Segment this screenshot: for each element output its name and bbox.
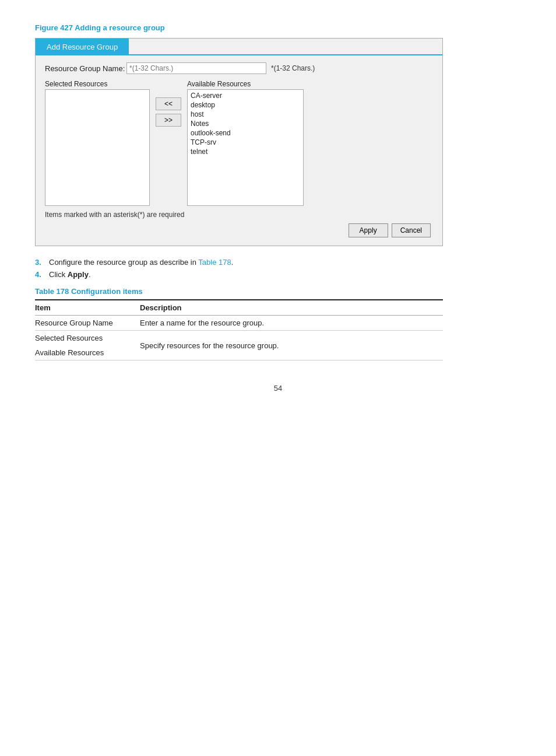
selected-resources-list[interactable]	[45, 89, 150, 206]
list-item[interactable]: outlook-send	[189, 128, 302, 138]
item-available-resources: Available Resources	[35, 345, 140, 360]
list-item[interactable]: host	[189, 110, 302, 119]
step-3-text-after: .	[231, 258, 234, 267]
item-selected-resources: Selected Resources	[35, 331, 140, 346]
table-header-row: Item Description	[35, 300, 443, 316]
table-row-resource-group-name: Resource Group Name Enter a name for the…	[35, 316, 443, 331]
step-4: 4. Click Apply.	[35, 270, 521, 279]
step-3-text: Configure the resource group as describe…	[49, 258, 233, 267]
page-number: 54	[35, 384, 521, 393]
config-table: Item Description Resource Group Name Ent…	[35, 299, 443, 360]
resource-group-name-label: Resource Group Name:	[45, 64, 126, 73]
add-resource-group-panel: Add Resource Group Resource Group Name: …	[35, 38, 443, 246]
col-header-item: Item	[35, 300, 140, 316]
move-right-button[interactable]: >>	[156, 114, 181, 127]
desc-selected-resources: Specify resources for the resource group…	[140, 331, 443, 360]
resource-group-name-input[interactable]	[126, 62, 266, 74]
list-item[interactable]: TCP-srv	[189, 138, 302, 147]
resource-group-name-hint: *(1-32 Chars.)	[271, 64, 315, 72]
list-item[interactable]: telnet	[189, 147, 302, 156]
config-table-body: Resource Group Name Enter a name for the…	[35, 316, 443, 360]
available-resources-list[interactable]: CA-serverdesktophostNotesoutlook-sendTCP…	[187, 89, 304, 206]
apply-button[interactable]: Apply	[349, 223, 388, 237]
selected-resources-column: Selected Resources	[45, 80, 150, 206]
table-178-link[interactable]: Table 178	[198, 258, 231, 267]
asterisk-note: Items marked with an asterisk(*) are req…	[45, 211, 433, 219]
selected-resources-label: Selected Resources	[45, 80, 150, 88]
list-item[interactable]: Notes	[189, 119, 302, 128]
step-3: 3. Configure the resource group as descr…	[35, 258, 521, 267]
item-resource-group-name: Resource Group Name	[35, 316, 140, 331]
available-resources-label: Available Resources	[187, 80, 304, 88]
move-left-button[interactable]: <<	[156, 97, 181, 110]
col-header-description: Description	[140, 300, 443, 316]
resources-area: Selected Resources << >> Available Resou…	[45, 80, 433, 206]
step-3-text-before: Configure the resource group as describe…	[49, 258, 198, 267]
table-caption: Table 178 Configuration items	[35, 287, 521, 296]
form-actions: Apply Cancel	[45, 223, 433, 237]
step-4-bold: Apply	[68, 270, 89, 279]
cancel-button[interactable]: Cancel	[392, 223, 431, 237]
figure-caption: Figure 427 Adding a resource group	[35, 23, 521, 32]
steps-list: 3. Configure the resource group as descr…	[35, 258, 521, 279]
available-resources-column: Available Resources CA-serverdesktophost…	[187, 80, 304, 206]
step-4-number: 4.	[35, 270, 49, 279]
step-4-text: Click Apply.	[49, 270, 91, 279]
panel-body: Resource Group Name: *(1-32 Chars.) Sele…	[36, 55, 442, 246]
list-item[interactable]: desktop	[189, 100, 302, 110]
step-4-text-after: .	[89, 270, 91, 279]
step-4-text-before: Click	[49, 270, 68, 279]
add-resource-group-tab[interactable]: Add Resource Group	[36, 38, 129, 55]
table-row-selected-resources: Selected Resources Specify resources for…	[35, 331, 443, 346]
list-item[interactable]: CA-server	[189, 91, 302, 100]
move-buttons-area: << >>	[156, 80, 181, 206]
tab-line	[129, 38, 442, 55]
tab-bar: Add Resource Group	[36, 38, 442, 55]
desc-resource-group-name: Enter a name for the resource group.	[140, 316, 443, 331]
resource-group-name-row: Resource Group Name: *(1-32 Chars.)	[45, 62, 433, 74]
step-3-number: 3.	[35, 258, 49, 267]
